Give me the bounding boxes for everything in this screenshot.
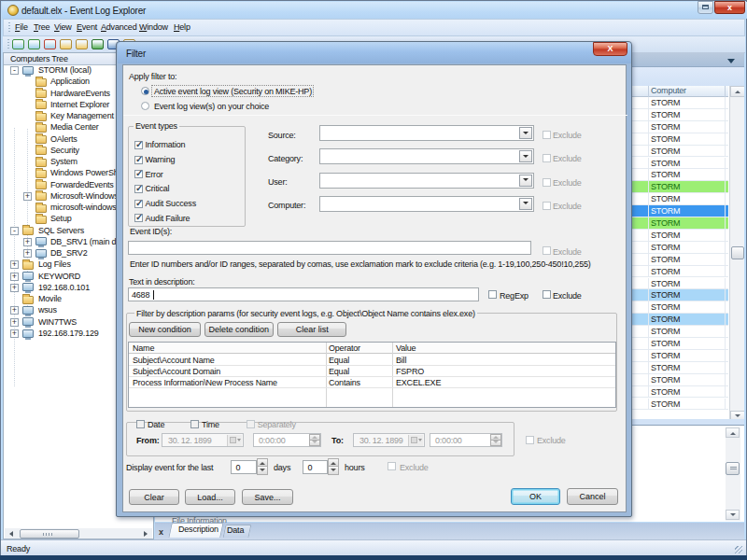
btn-clear-list[interactable]: Clear list	[277, 322, 346, 337]
days-spin[interactable]	[257, 458, 268, 475]
menu-bar: File Tree View Event Advanced Window Hel…	[3, 19, 745, 36]
cb-audit-success[interactable]: ✓	[134, 200, 143, 208]
btn-new-condition[interactable]: New condition	[129, 322, 200, 337]
event-log-explorer: default.elx - Event Log Explorer x File …	[0, 0, 747, 560]
tool-4[interactable]	[76, 39, 88, 49]
grid-vscroll	[729, 86, 744, 422]
dialog-close[interactable]: X	[593, 42, 627, 56]
tree-item[interactable]: 192.168.0.101	[38, 283, 90, 292]
btn-close-main[interactable]: x	[714, 1, 745, 14]
event-ids[interactable]	[128, 241, 531, 255]
tree-item[interactable]: Setup	[50, 214, 72, 223]
combo-computer[interactable]	[319, 196, 534, 212]
tree-item[interactable]: ForwardedEvents	[50, 180, 114, 189]
tree-item[interactable]: System	[50, 157, 78, 166]
date-to: 30. 12. 1899	[353, 433, 425, 447]
tool-0[interactable]	[12, 39, 24, 49]
cb-information[interactable]: ✓	[134, 141, 143, 149]
cb-time[interactable]	[190, 420, 199, 428]
tree-item[interactable]: wsus	[38, 305, 57, 315]
menu-window[interactable]: Window	[139, 22, 168, 32]
tree-item[interactable]: DB_SRV1 (main db)	[50, 237, 123, 246]
btn-restore[interactable]	[698, 1, 713, 14]
btn-cancel[interactable]: Cancel	[567, 488, 618, 505]
tree-item[interactable]: SQL Servers	[38, 226, 84, 235]
tool-1[interactable]	[28, 39, 40, 49]
combo-source[interactable]	[319, 125, 534, 141]
btn-ok[interactable]: OK	[511, 488, 560, 505]
menu-event[interactable]: Event	[77, 22, 97, 32]
cb-date[interactable]	[136, 420, 145, 428]
combo-user[interactable]	[319, 173, 534, 189]
tree-item[interactable]: OAlerts	[50, 134, 78, 144]
days-field: 0	[231, 460, 257, 475]
tree-item[interactable]: Windows PowerShell	[50, 168, 126, 177]
dialog-title: Filter	[126, 49, 146, 59]
btn-clear[interactable]: Clear	[129, 489, 179, 505]
tree-item[interactable]: Internet Explorer	[50, 100, 109, 109]
title-bar: default.elx - Event Log Explorer x	[2, 2, 747, 19]
tree-item[interactable]: HardwareEvents	[50, 89, 110, 98]
time-to: 0:00:00	[430, 433, 502, 447]
tree-item[interactable]: DB_SRV2	[50, 248, 87, 258]
hours-field: 0	[303, 460, 328, 475]
cb-audit-failure[interactable]: ✓	[134, 214, 143, 222]
date-from: 30. 12. 1899	[162, 433, 244, 447]
tree-hscroll	[5, 528, 152, 539]
cb-regexp[interactable]	[488, 290, 497, 299]
tree-item[interactable]: Movile	[38, 294, 62, 303]
cb-exclude-desc[interactable]	[543, 290, 551, 299]
cb-critical[interactable]: ✓	[134, 185, 143, 193]
cb-warning[interactable]: ✓	[134, 156, 143, 164]
tool-2[interactable]	[44, 39, 56, 49]
tree-item[interactable]: Media Center	[50, 122, 99, 132]
tree-item[interactable]: Log Files	[38, 259, 71, 269]
btn-save[interactable]: Save...	[242, 489, 293, 505]
menu-tree[interactable]: Tree	[34, 22, 49, 32]
tree-item[interactable]: Microsoft-Windows	[50, 191, 119, 201]
radio-choice[interactable]	[141, 102, 149, 110]
tool-3[interactable]	[60, 39, 72, 49]
filter-dialog: Filter X Apply filter to: Active event l…	[116, 41, 632, 517]
combo-category[interactable]	[319, 148, 534, 164]
bottom-tabs: x Description Data	[155, 523, 744, 539]
tree-item[interactable]: WIN7TWS	[38, 317, 77, 327]
text-in-description[interactable]: 4688	[128, 287, 479, 301]
close-detail[interactable]: x	[159, 527, 163, 537]
btn-load[interactable]: Load...	[185, 489, 235, 505]
detail-vscroll	[726, 427, 740, 521]
tree-item[interactable]: Security	[50, 146, 79, 155]
tree-item[interactable]: 192.168.179.129	[38, 329, 99, 338]
menu-help[interactable]: Help	[174, 22, 190, 32]
btn-delete-condition[interactable]: Delete condition	[204, 322, 274, 337]
dialog-client: Apply filter to: Active event log view (…	[122, 64, 627, 512]
tree-item[interactable]: STORM (local)	[38, 65, 92, 75]
hours-spin[interactable]	[328, 458, 339, 475]
radio-active[interactable]	[141, 87, 149, 95]
cb-separately[interactable]	[247, 420, 255, 428]
time-from: 0:00:00	[253, 433, 321, 447]
menu-file[interactable]: File	[15, 22, 28, 32]
cond-table: NameOperatorValue Subject\Account NameEq…	[128, 342, 616, 408]
status-bar: Ready	[1, 539, 746, 555]
menu-view[interactable]: View	[54, 22, 72, 32]
cb-exclude-date	[526, 436, 534, 444]
tool-5[interactable]	[92, 39, 104, 49]
menu-advanced[interactable]: Advanced	[101, 22, 136, 32]
cb-error[interactable]: ✓	[134, 170, 143, 178]
cb-exclude-last	[388, 462, 396, 470]
tree-item[interactable]: Application	[50, 77, 90, 86]
tree-item[interactable]: KEYWORD	[38, 272, 80, 281]
